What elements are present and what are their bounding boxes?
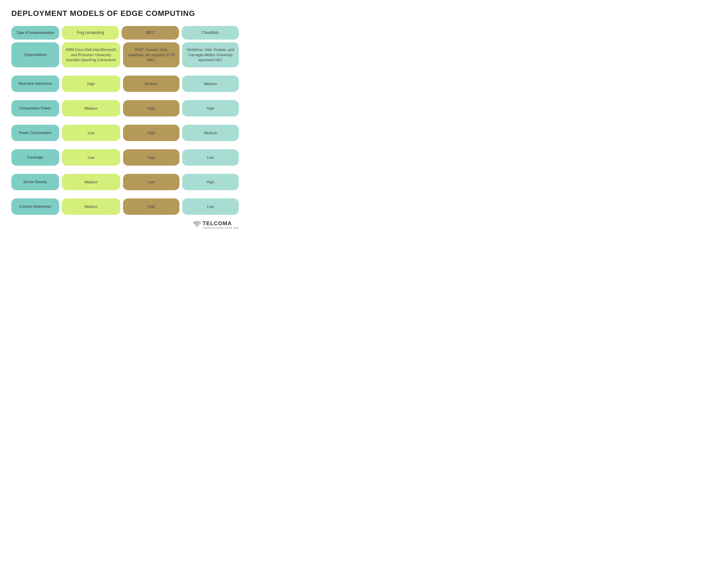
svg-point-0	[196, 226, 197, 227]
col-header-mec: MEC	[122, 26, 179, 40]
row-1-cloudlet: Medium	[182, 75, 239, 92]
row-1-label: Real-time Interaction	[11, 75, 59, 92]
row-0-label: Organizations	[11, 42, 59, 67]
row-5-mec: Low	[123, 174, 180, 190]
logo-area: TELCOMA CERTIFICATIONS SINCE 2009	[11, 220, 239, 229]
row-0-fog: ARM,Cisco,Dell,Intel,Microsoft, and Prin…	[62, 42, 120, 67]
row-6-cloudlet: Low	[182, 198, 239, 215]
row-3-fog: Low	[62, 125, 120, 141]
row-0-mec: AT&T, Huawei, Intel, Vodafone, etc.suppo…	[123, 42, 180, 67]
row-6-label: Context-Awareness	[11, 198, 59, 215]
row-2-label: Compulation Power	[11, 100, 59, 116]
row-5-fog: Medium	[62, 174, 120, 190]
row-6-fog: Medium	[62, 198, 120, 215]
row-2-fog: Medium	[62, 100, 120, 116]
comparison-table: Type of Implementation Fog computing MEC…	[11, 26, 239, 215]
row-3-label: Power Consumption	[11, 125, 59, 141]
row-5-cloudlet: High	[182, 174, 239, 190]
row-4-label: Coverage	[11, 149, 59, 166]
col-header-fog: Fog computing	[62, 26, 119, 40]
row-2-cloudlet: High	[182, 100, 239, 116]
col-header-label: Type of Implementation	[11, 26, 59, 40]
page-title: DEPLOYMENT MODELS OF EDGE COMPUTING	[11, 9, 239, 18]
row-3-mec: High	[123, 125, 180, 141]
row-4-fog: Low	[62, 149, 120, 166]
row-6-mec: High	[123, 198, 180, 215]
row-1-fog: High	[62, 75, 120, 92]
logo-brand: TELCOMA CERTIFICATIONS SINCE 2009	[203, 220, 239, 229]
row-2-mec: High	[123, 100, 180, 116]
col-header-cloudlet: Cloudlets	[182, 26, 239, 40]
logo-icon	[193, 220, 201, 229]
row-4-mec: High	[123, 149, 180, 166]
row-3-cloudlet: Medium	[182, 125, 239, 141]
row-4-cloudlet: Low	[182, 149, 239, 166]
row-1-mec: Medium	[123, 75, 180, 92]
row-5-label: Server Density	[11, 174, 59, 190]
row-0-cloudlet: Vodafone, Intel, Huawei, and Carnegie Me…	[182, 42, 239, 67]
